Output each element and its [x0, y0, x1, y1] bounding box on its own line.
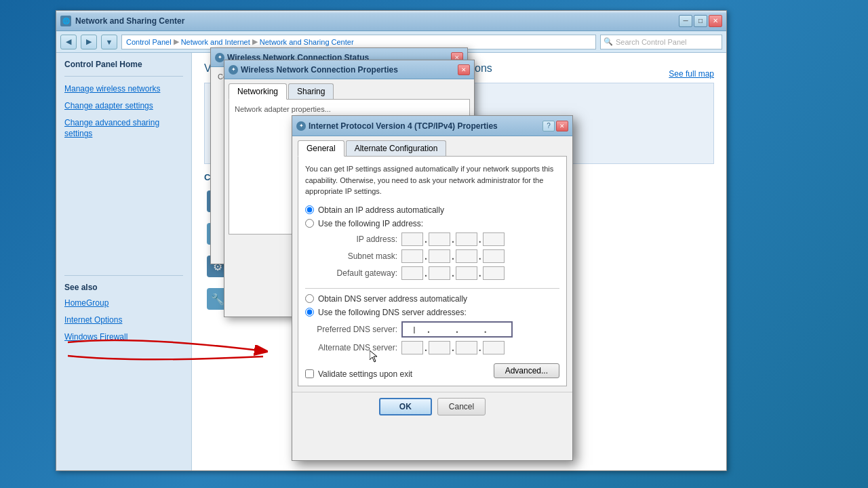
advanced-button[interactable]: Advanced...	[494, 363, 559, 378]
ip-seg1[interactable]	[401, 232, 423, 246]
forward-button[interactable]: ▶	[81, 35, 97, 49]
radio-use-dns[interactable]	[305, 308, 314, 317]
radio-use-ip[interactable]	[305, 219, 314, 228]
ip-fields-section: IP address: . . . Subnet mask:	[316, 232, 559, 280]
radio-use-dns-label: Use the following DNS server addresses:	[318, 308, 467, 317]
gw-seg4[interactable]	[483, 266, 505, 280]
recent-button[interactable]: ▼	[101, 35, 117, 49]
dialog-ipv4-content: General Alternate Configuration You can …	[292, 136, 572, 392]
sub-seg3[interactable]	[456, 249, 477, 263]
breadcrumb-networkinternet[interactable]: Network and Internet	[181, 38, 250, 46]
gw-seg3[interactable]	[456, 266, 477, 280]
ipv4-info-text: You can get IP settings assigned automat…	[305, 163, 559, 197]
search-placeholder: Search Control Panel	[616, 38, 687, 46]
radio-obtain-ip[interactable]	[305, 205, 314, 214]
dialog-wn-props-tabs: Networking Sharing	[224, 79, 474, 99]
radio-obtain-dns-label: Obtain DNS server address automatically	[318, 294, 467, 304]
radio-obtain-ip-label: Obtain an IP address automatically	[318, 205, 444, 215]
dialog-wn-props-close[interactable]: ✕	[458, 64, 470, 75]
dialog-ipv4-icon: ✦	[296, 121, 306, 131]
alternate-dns-label: Alternate DNS server:	[316, 343, 397, 352]
dns-pref-seg2[interactable]	[431, 323, 454, 336]
sidebar-item-windows-firewall[interactable]: Windows Firewall	[64, 331, 183, 343]
breadcrumb-controlpanel[interactable]: Control Panel	[126, 38, 172, 46]
cancel-button[interactable]: Cancel	[437, 398, 486, 415]
dns-pref-seg4[interactable]	[488, 323, 511, 336]
dialog-ipv4-controls: ? ✕	[542, 121, 568, 131]
radio-use-ip-row: Use the following IP address:	[305, 219, 559, 228]
dialog-wn-status-icon: ✦	[215, 53, 224, 62]
ip-address-label: IP address:	[316, 235, 397, 244]
main-window-titlebar: 🌐 Network and Sharing Center ─ □ ✕	[56, 11, 726, 31]
search-box[interactable]: 🔍 Search Control Panel	[600, 35, 722, 49]
dialog-ipv4-footer: OK Cancel	[292, 392, 572, 421]
gw-seg1[interactable]	[401, 266, 423, 280]
see-also-title: See also	[64, 283, 183, 292]
dialog-ipv4-close[interactable]: ✕	[556, 121, 568, 131]
sidebar: Control Panel Home Manage wireless netwo…	[56, 53, 192, 470]
minimize-button[interactable]: ─	[679, 15, 692, 27]
search-icon: 🔍	[604, 37, 613, 46]
dialog-ipv4-title-text: Internet Protocol Version 4 (TCP/IPv4) P…	[309, 121, 540, 131]
ip-address-row: IP address: . . .	[316, 232, 559, 246]
back-button[interactable]: ◀	[60, 35, 77, 49]
sidebar-item-wireless-networks[interactable]: Manage wireless networks	[64, 83, 183, 95]
tab-alternate-config[interactable]: Alternate Configuration	[346, 140, 447, 156]
preferred-dns-input[interactable]: | . . .	[401, 321, 513, 338]
radio-obtain-ip-row: Obtain an IP address automatically	[305, 205, 559, 215]
dns-alt-seg1[interactable]	[401, 341, 423, 354]
alternate-dns-row: Alternate DNS server: . . .	[316, 341, 559, 354]
sidebar-item-internet-options[interactable]: Internet Options	[64, 314, 183, 326]
ok-button[interactable]: OK	[379, 398, 432, 415]
maximize-button[interactable]: □	[694, 15, 707, 27]
alternate-dns-input[interactable]: . . .	[401, 341, 505, 354]
dns-pref-seg1[interactable]: |	[403, 323, 426, 336]
sidebar-title: Control Panel Home	[64, 60, 183, 69]
preferred-dns-row: Preferred DNS server: | . . .	[316, 321, 559, 338]
dialog-wn-props-icon: ✦	[229, 65, 238, 75]
dns-alt-seg3[interactable]	[456, 341, 477, 354]
radio-obtain-dns[interactable]	[305, 294, 314, 303]
gw-seg2[interactable]	[429, 266, 450, 280]
subnet-mask-input[interactable]: . . .	[401, 249, 505, 263]
dialog-ipv4-help[interactable]: ?	[542, 121, 555, 131]
dialog-ipv4-titlebar: ✦ Internet Protocol Version 4 (TCP/IPv4)…	[292, 116, 572, 136]
breadcrumb-networksharingcenter[interactable]: Network and Sharing Center	[260, 38, 354, 46]
close-button[interactable]: ✕	[709, 15, 722, 27]
validate-row: Validate settings upon exit	[305, 369, 412, 379]
tab-general[interactable]: General	[298, 140, 344, 157]
radio-obtain-dns-row: Obtain DNS server address automatically	[305, 294, 559, 304]
sub-seg2[interactable]	[429, 249, 450, 263]
ip-seg3[interactable]	[456, 232, 477, 246]
tab-sharing[interactable]: Sharing	[288, 83, 334, 99]
ipv4-tabs: General Alternate Configuration	[298, 136, 567, 156]
main-window-icon: 🌐	[60, 16, 71, 26]
sidebar-item-homegroup[interactable]: HomeGroup	[64, 298, 183, 309]
dns-alt-seg2[interactable]	[429, 341, 450, 354]
radio-use-ip-label: Use the following IP address:	[318, 219, 423, 228]
sub-seg4[interactable]	[483, 249, 505, 263]
dns-pref-seg3[interactable]	[460, 323, 483, 336]
ip-address-input[interactable]: . . .	[401, 232, 505, 246]
radio-use-dns-row: Use the following DNS server addresses:	[305, 308, 559, 317]
sub-seg1[interactable]	[401, 249, 423, 263]
main-window-controls: ─ □ ✕	[679, 15, 722, 27]
preferred-dns-label: Preferred DNS server:	[316, 325, 397, 334]
main-window-title: Network and Sharing Center	[75, 16, 679, 26]
see-full-map-link[interactable]: See full map	[669, 69, 714, 79]
validate-advanced-row: Validate settings upon exit Advanced...	[305, 363, 559, 379]
ip-seg2[interactable]	[429, 232, 450, 246]
gateway-input[interactable]: . . .	[401, 266, 505, 280]
sidebar-item-advanced-sharing[interactable]: Change advanced sharing settings	[64, 117, 183, 140]
dialog-wn-props-title: Wireless Network Connection Properties	[241, 65, 455, 75]
validate-label: Validate settings upon exit	[318, 369, 412, 379]
validate-checkbox[interactable]	[305, 369, 314, 378]
subnet-mask-row: Subnet mask: . . .	[316, 249, 559, 263]
tab-networking[interactable]: Networking	[229, 83, 287, 100]
ipv4-tab-body: You can get IP settings assigned automat…	[298, 156, 567, 386]
dns-alt-seg4[interactable]	[483, 341, 505, 354]
sidebar-item-adapter-settings[interactable]: Change adapter settings	[64, 100, 183, 112]
gateway-label: Default gateway:	[316, 268, 397, 278]
ip-seg4[interactable]	[483, 232, 505, 246]
gateway-row: Default gateway: . . .	[316, 266, 559, 280]
